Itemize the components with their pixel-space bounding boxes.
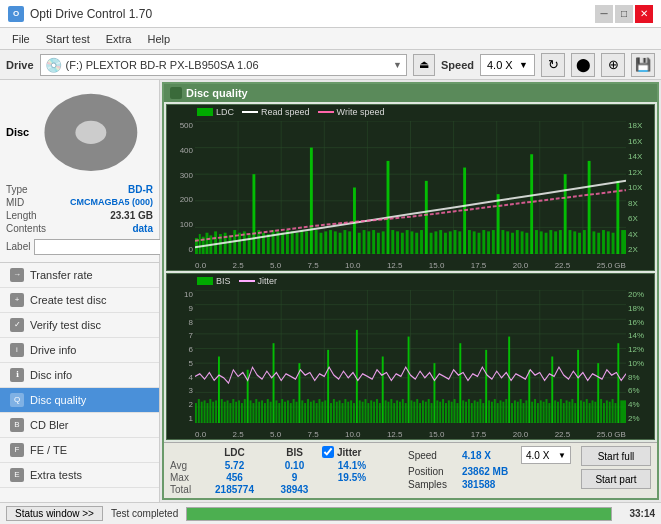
content-area: Disc quality LDC Read speed: [160, 80, 661, 502]
refresh-button[interactable]: ↻: [541, 53, 565, 77]
svg-rect-89: [535, 230, 538, 254]
stats-header-bis: BIS: [267, 447, 322, 458]
speed-dropdown[interactable]: 4.0 X ▼: [521, 446, 571, 464]
save-button[interactable]: 💾: [631, 53, 655, 77]
minimize-button[interactable]: ─: [595, 5, 613, 23]
sidebar-item-disc-quality[interactable]: Q Disc quality: [0, 388, 159, 413]
menu-start-test[interactable]: Start test: [38, 31, 98, 47]
svg-rect-64: [415, 233, 418, 254]
svg-rect-205: [419, 403, 421, 423]
stats-jitter-header: Jitter: [322, 446, 361, 458]
svg-rect-88: [530, 154, 533, 254]
panel-title-icon: [170, 87, 182, 99]
svg-rect-250: [548, 403, 550, 423]
transfer-rate-icon: →: [10, 268, 24, 282]
svg-rect-52: [358, 233, 361, 254]
svg-rect-247: [540, 400, 542, 423]
sidebar-item-drive-info[interactable]: i Drive info: [0, 338, 159, 363]
svg-rect-233: [500, 400, 502, 423]
eject-button[interactable]: ⏏: [413, 54, 435, 76]
svg-rect-212: [439, 402, 441, 423]
svg-rect-62: [406, 230, 409, 254]
svg-rect-249: [546, 399, 548, 423]
label-input[interactable]: [34, 239, 167, 255]
x-label-17-5: 17.5: [471, 261, 487, 270]
menu-file[interactable]: File: [4, 31, 38, 47]
svg-rect-253: [557, 402, 559, 423]
x-label-15: 15.0: [429, 261, 445, 270]
svg-rect-36: [281, 233, 284, 254]
svg-rect-70: [444, 233, 447, 254]
svg-rect-151: [264, 403, 266, 423]
svg-rect-198: [399, 402, 401, 423]
jitter-checkbox[interactable]: [322, 446, 334, 458]
svg-rect-132: [209, 399, 211, 423]
position-key: Position: [408, 466, 458, 477]
svg-rect-63: [411, 231, 414, 254]
menu-help[interactable]: Help: [139, 31, 178, 47]
svg-rect-44: [320, 233, 323, 254]
sidebar-item-extra-tests[interactable]: E Extra tests: [0, 463, 159, 488]
stats-total-row: Total 2185774 38943: [170, 484, 398, 495]
menu-extra[interactable]: Extra: [98, 31, 140, 47]
svg-rect-211: [436, 400, 438, 423]
disc-erase-button[interactable]: ⬤: [571, 53, 595, 77]
sidebar-item-transfer-rate[interactable]: → Transfer rate: [0, 263, 159, 288]
legend-write-speed: Write speed: [318, 107, 385, 117]
status-window-button[interactable]: Status window >>: [6, 506, 103, 521]
svg-rect-157: [281, 399, 283, 423]
svg-rect-78: [482, 230, 485, 254]
bottom-chart-y-labels-right: 20% 18% 16% 14% 12% 10% 8% 6% 4% 2%: [626, 290, 654, 423]
disc-copy-button[interactable]: ⊕: [601, 53, 625, 77]
svg-rect-176: [336, 402, 338, 423]
svg-rect-184: [359, 400, 361, 423]
svg-rect-103: [602, 230, 605, 254]
svg-rect-40: [300, 230, 303, 254]
samples-key: Samples: [408, 479, 458, 490]
svg-rect-238: [514, 400, 516, 423]
svg-rect-215: [448, 400, 450, 423]
svg-rect-34: [272, 230, 275, 254]
sidebar-item-fe-te[interactable]: F FE / TE: [0, 438, 159, 463]
y-label-0: 0: [167, 245, 195, 254]
speed-selector[interactable]: 4.0 X ▼: [480, 54, 535, 76]
svg-rect-67: [430, 233, 433, 254]
svg-rect-57: [382, 231, 385, 254]
svg-rect-25: [229, 235, 232, 254]
contents-label: Contents: [6, 223, 46, 234]
maximize-button[interactable]: □: [615, 5, 633, 23]
sidebar-item-create-test-disc[interactable]: + Create test disc: [0, 288, 159, 313]
svg-rect-131: [206, 403, 208, 423]
stats-max-bis: 9: [267, 472, 322, 483]
svg-rect-105: [612, 233, 615, 254]
svg-rect-258: [571, 399, 573, 423]
sidebar-item-cd-bler[interactable]: B CD Bler: [0, 413, 159, 438]
close-button[interactable]: ✕: [635, 5, 653, 23]
svg-rect-58: [387, 161, 390, 254]
svg-rect-199: [402, 399, 404, 423]
svg-rect-147: [252, 403, 254, 423]
app-title: Opti Drive Control 1.70: [30, 7, 152, 21]
sidebar-item-disc-info[interactable]: ℹ Disc info: [0, 363, 159, 388]
speed-val: 4.18 X: [462, 450, 517, 461]
svg-rect-159: [287, 400, 289, 423]
svg-rect-252: [554, 400, 556, 423]
start-part-button[interactable]: Start part: [581, 469, 651, 489]
menu-bar: File Start test Extra Help: [0, 28, 661, 50]
stats-avg-label: Avg: [170, 460, 202, 471]
svg-rect-99: [583, 230, 586, 254]
drive-selector[interactable]: 💿 (F:) PLEXTOR BD-R PX-LB950SA 1.06 ▼: [40, 54, 407, 76]
extra-tests-icon: E: [10, 468, 24, 482]
sidebar-item-verify-test-disc[interactable]: ✓ Verify test disc: [0, 313, 159, 338]
svg-rect-38: [291, 231, 294, 254]
svg-rect-255: [563, 403, 565, 423]
svg-rect-271: [609, 402, 611, 423]
start-full-button[interactable]: Start full: [581, 446, 651, 466]
svg-rect-41: [305, 231, 308, 254]
stats-max-label: Max: [170, 472, 202, 483]
svg-rect-186: [365, 399, 367, 423]
svg-rect-98: [578, 233, 581, 254]
svg-rect-91: [545, 233, 548, 254]
status-text: Test completed: [111, 508, 178, 519]
svg-rect-230: [491, 402, 493, 423]
